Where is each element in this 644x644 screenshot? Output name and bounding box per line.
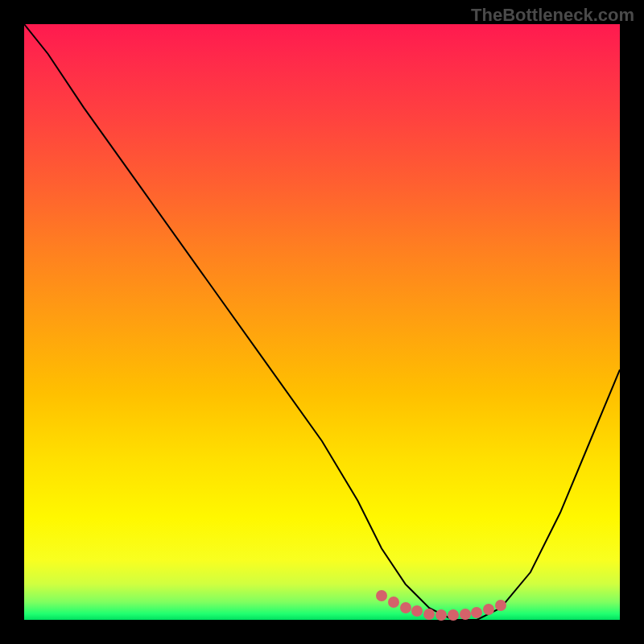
highlight-marker: [400, 602, 411, 613]
highlight-marker: [411, 605, 423, 617]
highlight-marker: [423, 609, 435, 620]
highlight-marker: [495, 600, 506, 611]
highlight-marker: [376, 590, 387, 601]
highlight-marker: [388, 597, 399, 608]
highlight-marker: [436, 609, 447, 621]
highlight-marker: [448, 609, 459, 621]
watermark-text: TheBottleneck.com: [471, 5, 634, 26]
highlight-marker: [460, 609, 471, 620]
highlight-marker: [471, 607, 482, 618]
marker-layer: [24, 24, 620, 620]
highlight-marker: [483, 604, 494, 615]
